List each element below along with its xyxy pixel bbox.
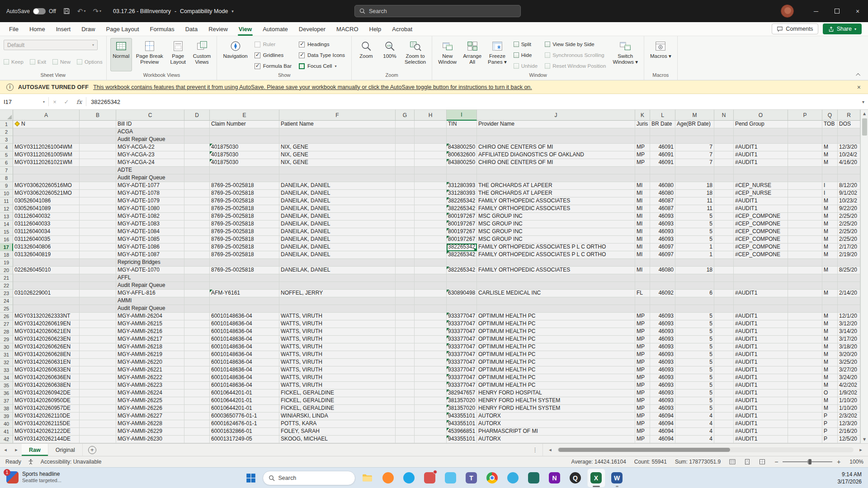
- cell-M7[interactable]: [675, 167, 714, 174]
- cell-D32[interactable]: [184, 359, 210, 366]
- cell-M29[interactable]: 5: [675, 336, 714, 343]
- cell-I35[interactable]: 933377047: [447, 382, 477, 389]
- cell-L39[interactable]: 46094: [650, 413, 675, 420]
- column-header-M[interactable]: M: [675, 110, 714, 121]
- cell-C13[interactable]: MGY-ADTE-1082: [116, 213, 184, 221]
- cell-K34[interactable]: MP: [635, 374, 650, 382]
- cell-I33[interactable]: 933377047: [447, 366, 477, 374]
- tab-formulas[interactable]: Formulas: [145, 22, 180, 36]
- cell-R1[interactable]: DOS: [838, 121, 860, 128]
- cell-P1[interactable]: [788, 121, 822, 128]
- cell-G20[interactable]: [396, 267, 415, 274]
- cell-N4[interactable]: [714, 144, 734, 151]
- cell-O3[interactable]: [734, 136, 788, 144]
- cell-D4[interactable]: [184, 144, 210, 151]
- cell-D40[interactable]: [184, 420, 210, 428]
- cell-G38[interactable]: [396, 405, 415, 413]
- row-header-32[interactable]: 32: [0, 359, 13, 366]
- cell-L22[interactable]: [650, 282, 675, 290]
- cell-J32[interactable]: OPTIMUM HEALTH PC: [477, 359, 635, 366]
- row-header-31[interactable]: 31: [0, 351, 13, 359]
- cell-E23[interactable]: AFM-Y6161: [210, 290, 279, 297]
- cell-H3[interactable]: [415, 136, 447, 144]
- cell-K20[interactable]: MI: [635, 267, 650, 274]
- cell-K37[interactable]: MP: [635, 397, 650, 405]
- cell-O9[interactable]: #CEP_NURSE: [734, 182, 788, 190]
- cell-R10[interactable]: 9/1/202: [838, 190, 860, 197]
- expand-formula-bar-icon[interactable]: ▾: [862, 99, 864, 104]
- cell-L20[interactable]: 46080: [650, 267, 675, 274]
- vertical-scroll-thumb[interactable]: [862, 118, 867, 136]
- cell-I14[interactable]: 800197267: [447, 221, 477, 228]
- cell-G21[interactable]: [396, 274, 415, 282]
- cell-D42[interactable]: [184, 436, 210, 443]
- cell-G5[interactable]: [396, 151, 415, 159]
- cell-J10[interactable]: THE ORCHARDS AT LAPEER: [477, 190, 635, 197]
- cell-R34[interactable]: 3/24/20: [838, 374, 860, 382]
- cell-B7[interactable]: [80, 167, 116, 174]
- cell-D9[interactable]: [184, 182, 210, 190]
- cell-F24[interactable]: [279, 297, 396, 305]
- taskbar-icon-teams[interactable]: T: [462, 469, 481, 488]
- cell-O2[interactable]: [734, 128, 788, 136]
- cell-O17[interactable]: #CEP_COMPONE: [734, 244, 788, 251]
- cell-F31[interactable]: WATTS, VIRUTH: [279, 351, 396, 359]
- cell-J23[interactable]: CARLISLE MEDICAL INC: [477, 290, 635, 297]
- cell-P8[interactable]: [788, 174, 822, 182]
- banner-close-icon[interactable]: ×: [857, 84, 861, 91]
- cell-E11[interactable]: 8769-25-0025818: [210, 197, 279, 205]
- cell-C27[interactable]: MGY-AMMI-26215: [116, 320, 184, 328]
- cell-E28[interactable]: 60010148636-04: [210, 328, 279, 336]
- switch-windows-button[interactable]: Switch Windows ▾: [610, 38, 640, 71]
- cell-G7[interactable]: [396, 167, 415, 174]
- save-button[interactable]: [63, 8, 70, 14]
- navigation-button[interactable]: Navigation: [221, 38, 250, 71]
- tab-page-layout[interactable]: Page Layout: [101, 22, 145, 36]
- cell-I31[interactable]: 933377047: [447, 351, 477, 359]
- cell-D14[interactable]: [184, 221, 210, 228]
- cell-Q37[interactable]: M: [822, 397, 838, 405]
- cell-M17[interactable]: 1: [675, 244, 714, 251]
- column-header-R[interactable]: R: [838, 110, 860, 121]
- cell-K9[interactable]: MI: [635, 182, 650, 190]
- cell-Q13[interactable]: M: [822, 213, 838, 221]
- accessibility-status[interactable]: Accessibility: Unavailable: [41, 459, 102, 465]
- cell-B39[interactable]: [80, 413, 116, 420]
- column-header-K[interactable]: K: [635, 110, 650, 121]
- cell-B14[interactable]: [80, 221, 116, 228]
- cell-H9[interactable]: [415, 182, 447, 190]
- cell-B36[interactable]: [80, 389, 116, 397]
- data-type-icons-checkbox[interactable]: Data Type Icons: [299, 50, 345, 61]
- cell-J12[interactable]: FAMILY ORTHOPEDIC ASSOCIATES: [477, 205, 635, 213]
- cell-D28[interactable]: [184, 328, 210, 336]
- cell-P4[interactable]: [788, 144, 822, 151]
- cell-A31[interactable]: MGY031420260628EN: [13, 351, 80, 359]
- cell-F30[interactable]: WATTS, VIRUTH: [279, 343, 396, 351]
- column-header-N[interactable]: N: [714, 110, 734, 121]
- row-header-37[interactable]: 37: [0, 397, 13, 405]
- cell-D29[interactable]: [184, 336, 210, 343]
- gridlines-checkbox[interactable]: Gridlines: [255, 50, 292, 61]
- cell-N23[interactable]: [714, 290, 734, 297]
- cell-F3[interactable]: [279, 136, 396, 144]
- column-header-B[interactable]: B: [80, 110, 116, 121]
- row-header-29[interactable]: 29: [0, 336, 13, 343]
- page-layout-view-icon[interactable]: [744, 459, 750, 465]
- cell-L10[interactable]: 46080: [650, 190, 675, 197]
- cell-O18[interactable]: #CEP_COMPONE: [734, 251, 788, 259]
- cell-H42[interactable]: [415, 436, 447, 443]
- cell-Q28[interactable]: M: [822, 328, 838, 336]
- cell-C25[interactable]: Audit Repair Queue: [116, 305, 184, 313]
- cell-R20[interactable]: 8/25/20: [838, 267, 860, 274]
- cell-F23[interactable]: NOFFEL, JERRY: [279, 290, 396, 297]
- cell-D2[interactable]: [184, 128, 210, 136]
- options-button[interactable]: Options: [77, 56, 103, 67]
- cell-F5[interactable]: NIX, GENE: [279, 151, 396, 159]
- cell-E37[interactable]: 60010644201-01: [210, 397, 279, 405]
- cell-R22[interactable]: [838, 282, 860, 290]
- cell-B22[interactable]: [80, 282, 116, 290]
- cell-J2[interactable]: [477, 128, 635, 136]
- cell-N24[interactable]: [714, 297, 734, 305]
- row-header-36[interactable]: 36: [0, 389, 13, 397]
- cell-H34[interactable]: [415, 374, 447, 382]
